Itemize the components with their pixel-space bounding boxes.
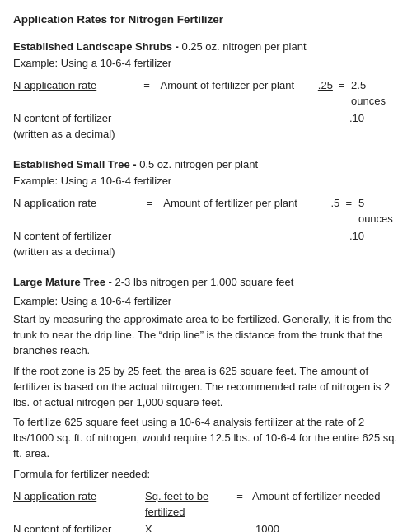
shrubs-decimal-label: (written as a decimal) <box>13 127 145 142</box>
shrubs-heading: Established Landscape Shrubs - <box>13 40 179 53</box>
shrubs-value-top: .25 <box>295 78 333 94</box>
shrubs-value-bottom: .10 <box>323 111 364 127</box>
large-tree-para3: To fertilize 625 square feet using a 10-… <box>13 415 399 462</box>
small-tree-desc: 0.5 oz. nitrogen per plant <box>137 158 258 170</box>
shrubs-rate-label: N application rate <box>13 78 133 94</box>
large-col1-header: N application rate <box>13 489 145 505</box>
large-tree-heading: Large Mature Tree - <box>13 276 112 288</box>
large-tree-para2: If the root zone is 25 by 25 feet, the a… <box>13 364 399 411</box>
large-col3-header: Amount of fertilizer needed <box>252 489 380 505</box>
large-col2-header: Sq. feet to be fertilized <box>145 489 227 520</box>
large-tree-formula-table: N application rate Sq. feet to be fertil… <box>13 489 399 532</box>
small-tree-content-label: N content of fertilizer <box>13 229 145 245</box>
shrubs-eq1: = <box>133 78 161 94</box>
small-tree-rate-label: N application rate <box>13 196 136 212</box>
shrubs-content-label: N content of fertilizer <box>13 111 145 127</box>
shrubs-result: 2.5 ounces <box>348 78 399 110</box>
small-tree-result: 5 ounces <box>355 196 399 227</box>
large-col2c-val: 1000 <box>252 522 279 533</box>
large-tree-section: Large Mature Tree - 2-3 lbs nitrogen per… <box>13 275 399 532</box>
small-tree-value-top: .5 <box>302 196 340 212</box>
small-tree-section: Established Small Tree - 0.5 oz. nitroge… <box>13 157 399 260</box>
shrubs-eq2: = <box>333 78 348 94</box>
large-tree-desc: 2-3 lbs nitrogen per 1,000 square feet <box>112 276 293 288</box>
small-tree-decimal-label: (written as a decimal) <box>13 245 145 260</box>
large-tree-para1: Start by measuring the approximate area … <box>13 312 399 359</box>
shrubs-section: Established Landscape Shrubs - 0.25 oz. … <box>13 40 399 142</box>
large-col2b: X <box>145 522 227 533</box>
large-col1b: N content of fertilizer <box>13 522 145 533</box>
small-tree-example: Example: Using a 10-6-4 fertilizer <box>13 174 399 189</box>
small-tree-heading: Established Small Tree - <box>13 158 137 170</box>
shrubs-amount-label: Amount of fertilizer per plant <box>160 78 295 94</box>
page-title: Application Rates for Nitrogen Fertilize… <box>13 12 399 28</box>
large-tree-example: Example: Using a 10-6-4 fertilizer <box>13 294 399 310</box>
formula-intro: Formula for fertilizer needed: <box>13 467 399 483</box>
shrubs-desc: 0.25 oz. nitrogen per plant <box>179 40 307 53</box>
shrubs-example: Example: Using a 10-6-4 fertilizer <box>13 56 399 72</box>
small-tree-formula: N application rate = Amount of fertilize… <box>13 196 399 259</box>
small-tree-value-bottom: .10 <box>323 229 364 245</box>
shrubs-formula: N application rate = Amount of fertilize… <box>13 78 399 142</box>
